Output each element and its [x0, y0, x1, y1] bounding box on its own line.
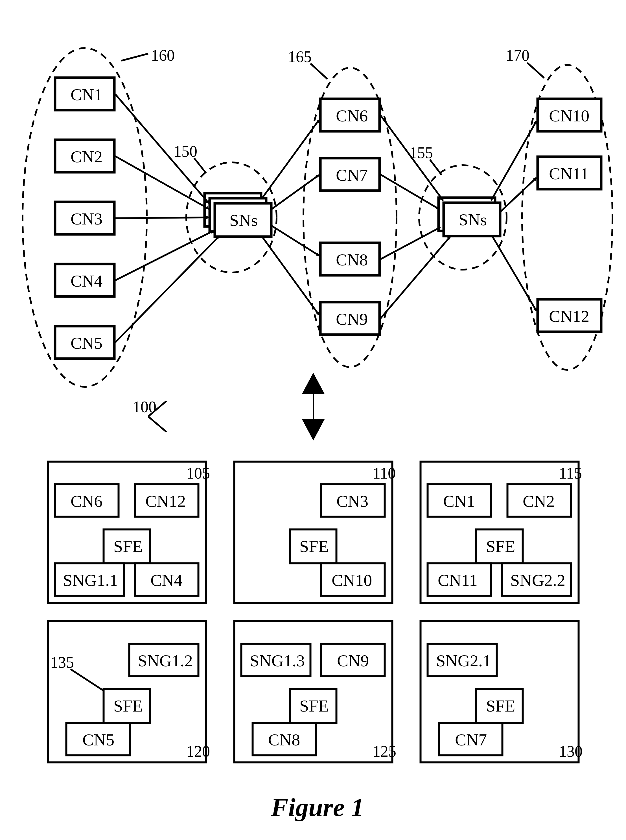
sns-155-label: SNs	[459, 210, 487, 229]
group-170-nodes: CN10 CN11 CN12	[538, 99, 601, 332]
svg-line-17	[263, 120, 319, 197]
sns-150-label: SNs	[230, 211, 258, 230]
cn9-label: CN9	[336, 310, 368, 328]
cn6-label: CN6	[336, 107, 368, 125]
host-125: 125 SNG1.3 CN9 SFE CN8	[234, 621, 396, 762]
svg-line-9	[115, 156, 209, 209]
svg-text:CN9: CN9	[337, 651, 369, 670]
svg-text:SFE: SFE	[486, 697, 515, 715]
cn12-label: CN12	[549, 307, 589, 326]
system-ref: 100	[133, 398, 166, 432]
svg-text:CN11: CN11	[438, 571, 477, 589]
svg-line-18	[272, 175, 319, 209]
svg-text:CN12: CN12	[146, 492, 186, 511]
cn10-label: CN10	[549, 107, 589, 125]
sns-stack-150: SNs	[205, 193, 271, 237]
svg-line-30	[491, 121, 536, 201]
svg-line-26	[380, 237, 450, 318]
cn5-label: CN5	[70, 334, 102, 353]
svg-line-19	[272, 226, 319, 255]
ref-170: 170	[506, 47, 529, 64]
svg-text:125: 125	[372, 743, 396, 760]
host-110: 110 CN3 SFE CN10	[234, 462, 396, 603]
svg-text:120: 120	[186, 743, 210, 760]
svg-text:CN5: CN5	[82, 730, 114, 749]
svg-text:CN8: CN8	[268, 730, 300, 749]
cn3-label: CN3	[70, 210, 102, 228]
ref-135: 135	[50, 654, 74, 671]
svg-line-10	[115, 218, 209, 218]
svg-text:CN4: CN4	[150, 571, 182, 589]
group-165-nodes: CN6 CN7 CN8 CN9	[320, 99, 380, 335]
svg-text:SNG1.3: SNG1.3	[250, 651, 305, 670]
svg-text:SNG2.1: SNG2.1	[436, 651, 491, 670]
svg-line-32	[493, 237, 536, 310]
svg-text:SFE: SFE	[486, 537, 515, 556]
ref-165: 165	[288, 48, 311, 66]
svg-text:115: 115	[559, 464, 582, 482]
svg-text:SFE: SFE	[113, 537, 142, 556]
svg-text:105: 105	[186, 464, 210, 482]
svg-text:SNG2.2: SNG2.2	[510, 571, 565, 589]
svg-text:SNG1.2: SNG1.2	[138, 651, 193, 670]
svg-line-12	[115, 237, 219, 343]
svg-text:CN6: CN6	[70, 492, 102, 511]
cn7-label: CN7	[336, 166, 368, 184]
svg-text:SFE: SFE	[299, 537, 329, 556]
svg-text:CN2: CN2	[523, 492, 555, 511]
cn11-label: CN11	[549, 165, 589, 183]
cn8-label: CN8	[336, 251, 368, 269]
host-120: 120 SNG1.2 SFE 135 CN5	[48, 621, 210, 762]
ref-150: 150	[174, 143, 197, 160]
svg-line-24	[380, 174, 439, 209]
svg-line-11	[115, 231, 213, 281]
host-115: 115 CN1 CN2 SFE CN11 SNG2.2	[421, 462, 582, 603]
host-105: 105 CN6 CN12 SFE SNG1.1 CN4	[48, 462, 210, 603]
top-diagram: 160 CN1 CN2 CN3 CN4 CN5 150 SNs 165 CN6 …	[23, 47, 612, 387]
svg-text:130: 130	[559, 743, 582, 760]
svg-text:SFE: SFE	[113, 697, 142, 715]
svg-text:CN7: CN7	[455, 730, 487, 749]
svg-text:CN3: CN3	[336, 492, 368, 511]
svg-text:110: 110	[372, 464, 396, 482]
cn1-label: CN1	[70, 85, 102, 104]
host-130: 130 SNG2.1 SFE CN7	[421, 621, 582, 762]
double-arrow	[302, 373, 325, 440]
svg-line-23	[380, 115, 443, 201]
figure-label: Figure 1	[271, 793, 364, 822]
svg-line-31	[501, 178, 536, 211]
svg-text:CN1: CN1	[443, 492, 475, 511]
svg-text:SFE: SFE	[299, 697, 329, 715]
cn4-label: CN4	[70, 272, 102, 290]
cn2-label: CN2	[70, 147, 102, 166]
ref-160: 160	[151, 47, 175, 64]
svg-text:CN10: CN10	[332, 571, 372, 589]
group-160-nodes: CN1 CN2 CN3 CN4 CN5	[55, 78, 114, 359]
arrows-160-to-150	[115, 94, 219, 343]
svg-line-20	[263, 237, 319, 315]
sns-stack-155: SNs	[438, 197, 500, 236]
svg-text:SNG1.1: SNG1.1	[63, 571, 118, 589]
